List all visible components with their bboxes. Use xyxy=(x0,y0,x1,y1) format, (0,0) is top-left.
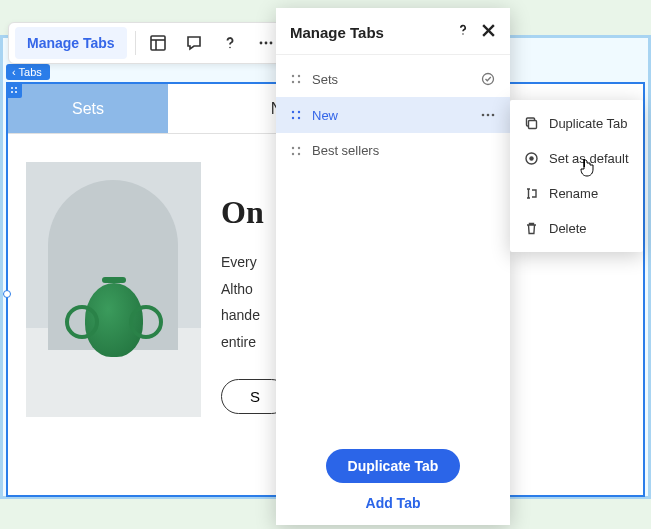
svg-point-18 xyxy=(483,74,494,85)
radio-icon xyxy=(524,151,539,166)
drag-icon xyxy=(290,109,302,121)
svg-rect-30 xyxy=(529,121,537,129)
tab-sets[interactable]: Sets xyxy=(8,84,168,133)
svg-point-7 xyxy=(11,87,13,89)
breadcrumb-tabs[interactable]: Tabs xyxy=(6,64,50,80)
svg-point-32 xyxy=(529,156,533,160)
svg-point-15 xyxy=(292,81,294,83)
svg-point-11 xyxy=(462,33,463,34)
svg-point-22 xyxy=(298,117,300,119)
menu-set-default[interactable]: Set as default xyxy=(510,141,643,176)
add-tab-button[interactable]: Add Tab xyxy=(366,495,421,511)
svg-point-17 xyxy=(298,81,300,83)
menu-delete[interactable]: Delete xyxy=(510,211,643,246)
svg-point-9 xyxy=(11,91,13,93)
trash-icon xyxy=(524,221,539,236)
menu-label: Delete xyxy=(549,221,587,236)
product-image xyxy=(26,162,201,417)
menu-label: Rename xyxy=(549,186,598,201)
svg-point-29 xyxy=(298,152,300,154)
svg-point-19 xyxy=(292,111,294,113)
duplicate-tab-button[interactable]: Duplicate Tab xyxy=(326,449,461,483)
svg-point-21 xyxy=(298,111,300,113)
svg-point-4 xyxy=(259,42,262,45)
panel-footer: Duplicate Tab Add Tab xyxy=(276,435,510,525)
drag-icon xyxy=(290,73,302,85)
svg-point-28 xyxy=(298,146,300,148)
comment-icon[interactable] xyxy=(180,29,208,57)
more-icon[interactable] xyxy=(480,107,496,123)
panel-list: Sets New Best sellers xyxy=(276,55,510,435)
svg-point-24 xyxy=(487,114,490,117)
menu-rename[interactable]: Rename xyxy=(510,176,643,211)
context-menu: Duplicate Tab Set as default Rename Dele… xyxy=(510,100,643,252)
help-icon[interactable] xyxy=(455,22,471,42)
drag-handle[interactable] xyxy=(6,82,22,98)
svg-point-14 xyxy=(292,75,294,77)
menu-duplicate[interactable]: Duplicate Tab xyxy=(510,106,643,141)
resize-handle[interactable] xyxy=(3,290,11,298)
svg-point-27 xyxy=(292,152,294,154)
panel-row-bestsellers[interactable]: Best sellers xyxy=(276,133,510,168)
manage-tabs-panel: Manage Tabs Sets New Best se xyxy=(276,8,510,525)
divider xyxy=(135,31,136,55)
row-label: Sets xyxy=(312,72,470,87)
duplicate-icon xyxy=(524,116,539,131)
svg-point-25 xyxy=(492,114,495,117)
panel-row-sets[interactable]: Sets xyxy=(276,61,510,97)
svg-rect-33 xyxy=(584,159,586,167)
panel-header: Manage Tabs xyxy=(276,8,510,55)
svg-point-10 xyxy=(15,91,17,93)
panel-title: Manage Tabs xyxy=(290,24,384,41)
svg-point-5 xyxy=(264,42,267,45)
row-label: Best sellers xyxy=(312,143,496,158)
svg-rect-0 xyxy=(151,36,165,50)
close-icon[interactable] xyxy=(481,23,496,42)
svg-point-6 xyxy=(269,42,272,45)
drag-icon xyxy=(290,145,302,157)
svg-point-26 xyxy=(292,146,294,148)
check-icon xyxy=(480,71,496,87)
layout-icon[interactable] xyxy=(144,29,172,57)
svg-point-16 xyxy=(298,75,300,77)
manage-tabs-button[interactable]: Manage Tabs xyxy=(15,27,127,59)
svg-point-3 xyxy=(229,47,231,49)
panel-row-new[interactable]: New xyxy=(276,97,510,133)
svg-point-23 xyxy=(482,114,485,117)
rename-icon xyxy=(524,186,539,201)
row-label: New xyxy=(312,108,470,123)
svg-point-8 xyxy=(15,87,17,89)
cursor-icon xyxy=(578,158,596,178)
menu-label: Duplicate Tab xyxy=(549,116,628,131)
help-icon[interactable] xyxy=(216,29,244,57)
editor-toolbar: Manage Tabs xyxy=(8,22,287,64)
svg-point-20 xyxy=(292,117,294,119)
